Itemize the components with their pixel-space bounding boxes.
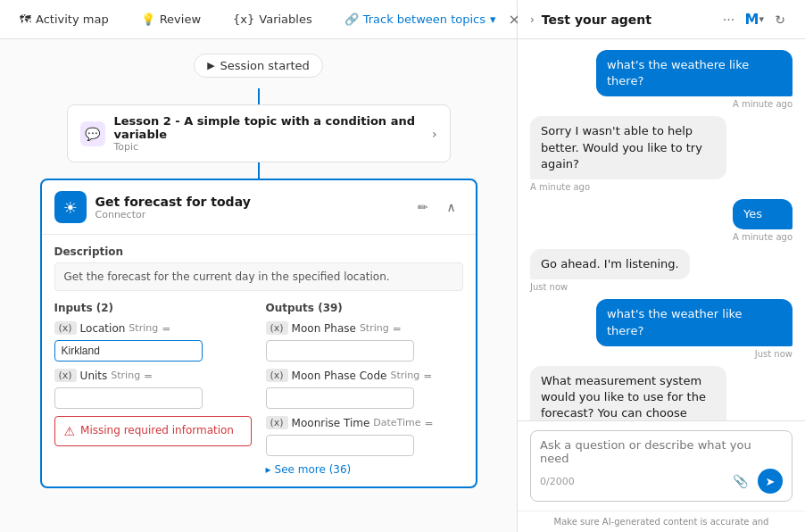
units-input[interactable] xyxy=(54,387,203,409)
time-4: Just now xyxy=(530,282,690,292)
units-row: (x) Units String = xyxy=(54,369,252,382)
connector-type: Connector xyxy=(95,209,402,220)
moonrise-time-eq: = xyxy=(425,417,434,429)
expand-panel-icon: › xyxy=(530,13,535,26)
moon-phase-badge: (x) xyxy=(266,321,288,335)
moonrise-time-type: DateTime xyxy=(373,417,420,428)
session-started-label: Session started xyxy=(220,59,310,72)
connector-line-2 xyxy=(67,162,451,179)
location-input[interactable] xyxy=(54,340,203,362)
outputs-header: Outputs (39) xyxy=(266,302,463,314)
error-box: ⚠ Missing required information xyxy=(54,416,252,446)
units-name: Units xyxy=(80,370,108,382)
moon-phase-type: String xyxy=(360,322,389,334)
inputs-col: Inputs (2) (x) Location String = (x) xyxy=(54,302,252,476)
connector-title-area: Get forecast for today Connector xyxy=(95,195,402,220)
moon-phase-code-input[interactable] xyxy=(266,387,414,409)
activity-map-label: Activity map xyxy=(36,12,109,26)
connector-body: Description Get the forecast for the cur… xyxy=(42,235,476,486)
chat-message-4: Go ahead. I'm listening. Just now xyxy=(530,249,690,292)
moon-phase-code-badge: (x) xyxy=(266,369,288,382)
moon-phase-name: Moon Phase xyxy=(292,322,356,335)
variables-icon: {x} xyxy=(233,12,254,26)
moonrise-time-row: (x) Moonrise Time DateTime = xyxy=(266,416,463,429)
moon-phase-input[interactable] xyxy=(266,340,414,362)
topic-title: Lesson 2 - A simple topic with a conditi… xyxy=(114,114,423,141)
moon-phase-code-eq: = xyxy=(423,370,432,382)
time-2: A minute ago xyxy=(530,182,726,192)
review-tab[interactable]: 💡 Review xyxy=(132,9,210,29)
canvas: ▶ Session started 💬 Lesson 2 - A simple … xyxy=(0,39,517,532)
brand-chevron-icon[interactable]: ▾ xyxy=(759,13,764,25)
moon-phase-code-name: Moon Phase Code xyxy=(292,370,387,382)
collapse-button[interactable]: ∧ xyxy=(440,195,463,219)
topbar: 🗺 Activity map 💡 Review {x} Variables 🔗 … xyxy=(0,0,517,39)
expand-icon: ▸ xyxy=(266,463,271,476)
io-row: Inputs (2) (x) Location String = (x) xyxy=(54,302,463,476)
moon-phase-code-row: (x) Moon Phase Code String = xyxy=(266,369,463,382)
location-eq: = xyxy=(162,322,170,335)
more-options-button[interactable]: ··· xyxy=(717,7,742,32)
location-row: (x) Location String = xyxy=(54,321,252,335)
outputs-col: Outputs (39) (x) Moon Phase String = (x) xyxy=(266,302,463,476)
inputs-header: Inputs (2) xyxy=(54,302,252,314)
description-label: Description xyxy=(54,245,463,258)
moonrise-time-input[interactable] xyxy=(266,435,414,456)
units-badge: (x) xyxy=(54,369,77,382)
session-started-badge: ▶ Session started xyxy=(194,54,323,78)
input-area: 0/2000 📎 ➤ xyxy=(518,420,805,511)
play-icon: ▶ xyxy=(207,60,214,71)
topic-subtitle: Topic xyxy=(114,141,423,153)
review-label: Review xyxy=(160,12,201,26)
right-panel: › Test your agent ··· M ▾ ↻ what's the w… xyxy=(518,0,805,532)
variables-label: Variables xyxy=(259,12,311,26)
location-type: String xyxy=(129,322,158,334)
error-icon: ⚠ xyxy=(64,424,76,438)
topic-block[interactable]: 💬 Lesson 2 - A simple topic with a condi… xyxy=(67,104,451,162)
connector-icon: ☀ xyxy=(54,191,87,223)
variables-tab[interactable]: {x} Variables xyxy=(224,9,321,29)
time-5: Just now xyxy=(596,349,793,359)
bubble-1: what's the weathere like there? xyxy=(596,50,793,96)
bubble-5: what's the weather like there? xyxy=(596,299,793,345)
bubble-6: What measurement system would you like t… xyxy=(530,366,726,420)
char-count: 0/2000 xyxy=(540,476,575,487)
activity-map-tab[interactable]: 🗺 Activity map xyxy=(11,9,118,29)
moon-phase-row: (x) Moon Phase String = xyxy=(266,321,463,335)
attach-button[interactable]: 📎 xyxy=(727,469,752,494)
see-more-button[interactable]: ▸ See more (36) xyxy=(266,456,463,476)
review-icon: 💡 xyxy=(141,12,155,26)
bubble-4: Go ahead. I'm listening. xyxy=(530,249,690,279)
copilot-icon: M xyxy=(745,11,759,28)
send-button[interactable]: ➤ xyxy=(758,469,783,494)
units-type: String xyxy=(111,370,140,381)
input-actions: 📎 ➤ xyxy=(727,469,783,494)
v-line-2 xyxy=(258,162,260,179)
chat-message-2: Sorry I wasn't able to help better. Woul… xyxy=(530,116,726,192)
brand-logo: M ▾ xyxy=(745,11,764,28)
time-1: A minute ago xyxy=(596,99,793,109)
edit-button[interactable]: ✏ xyxy=(411,195,435,219)
see-more-label: See more (36) xyxy=(275,463,352,476)
refresh-button[interactable]: ↻ xyxy=(768,7,793,32)
map-icon: 🗺 xyxy=(20,12,31,26)
connector-card: ☀ Get forecast for today Connector ✏ ∧ D… xyxy=(40,179,477,488)
topic-icon: 💬 xyxy=(80,121,105,146)
time-3: A minute ago xyxy=(733,232,793,242)
bubble-2: Sorry I wasn't able to help better. Woul… xyxy=(530,116,726,179)
connector-actions: ✏ ∧ xyxy=(411,195,463,219)
topic-text: Lesson 2 - A simple topic with a conditi… xyxy=(114,114,423,153)
connector-header: ☀ Get forecast for today Connector ✏ ∧ xyxy=(42,180,476,235)
input-footer: 0/2000 📎 ➤ xyxy=(540,469,783,494)
chat-message-3: Yes A minute ago xyxy=(733,199,793,242)
disclaimer-text: Make sure AI-generated content is accura… xyxy=(518,511,805,532)
track-tab[interactable]: 🔗 Track between topics ▾ xyxy=(336,9,505,29)
chat-message-5: what's the weather like there? Just now xyxy=(596,299,793,358)
moon-phase-eq: = xyxy=(393,322,402,335)
moon-phase-code-type: String xyxy=(390,370,419,381)
chat-message-1: what's the weathere like there? A minute… xyxy=(596,50,793,109)
right-panel-title: Test your agent xyxy=(542,12,710,27)
track-icon: 🔗 xyxy=(344,12,359,26)
moonrise-time-name: Moonrise Time xyxy=(292,417,370,429)
chat-input[interactable] xyxy=(540,438,783,465)
